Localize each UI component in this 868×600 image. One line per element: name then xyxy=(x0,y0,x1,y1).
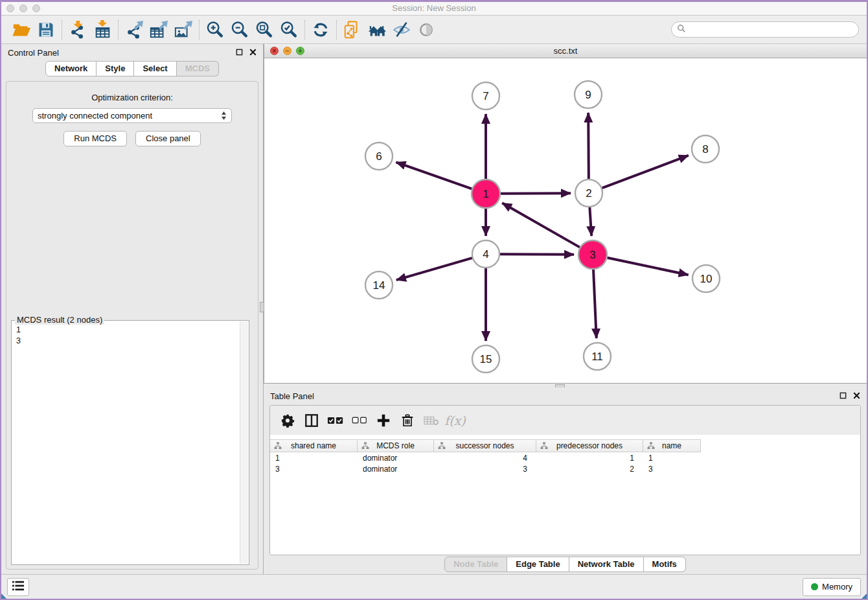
graph-node-9[interactable]: 9 xyxy=(575,81,602,108)
graph-edge-1-6[interactable] xyxy=(396,162,472,189)
table-cell: 2 xyxy=(536,465,643,474)
memory-button[interactable]: Memory xyxy=(803,578,861,596)
column-header-name[interactable]: name xyxy=(643,440,701,452)
delete-row-icon[interactable] xyxy=(395,408,419,432)
graph-node-7[interactable]: 7 xyxy=(472,82,499,110)
svg-text:11: 11 xyxy=(591,351,603,363)
application-window: Session: New Session Control Panel Netwo… xyxy=(0,0,868,600)
criterion-dropdown-value: strongly connected component xyxy=(38,111,152,121)
column-header-predecessor-nodes[interactable]: predecessor nodes xyxy=(536,440,643,452)
float-panel-icon[interactable] xyxy=(236,48,243,58)
select-all-icon[interactable] xyxy=(323,408,347,432)
column-header-MCDS-role[interactable]: MCDS role xyxy=(358,440,434,452)
hide-panels-icon[interactable] xyxy=(389,18,414,41)
result-scrollbar[interactable] xyxy=(240,321,248,564)
tab-node-table[interactable]: Node Table xyxy=(444,557,507,572)
mcds-panel: Optimization criterion: strongly connect… xyxy=(6,81,258,570)
import-network-icon[interactable] xyxy=(65,18,90,41)
tab-edge-table[interactable]: Edge Table xyxy=(507,557,569,572)
graph-edge-4-14[interactable] xyxy=(396,258,472,280)
tab-network-table[interactable]: Network Table xyxy=(569,557,644,572)
close-network-button[interactable]: × xyxy=(270,47,279,55)
network-window-title: scc.txt xyxy=(264,44,867,58)
svg-text:2: 2 xyxy=(586,187,591,200)
graph-node-8[interactable]: 8 xyxy=(692,135,719,163)
zoom-fit-icon[interactable] xyxy=(252,18,277,41)
run-mcds-button[interactable]: Run MCDS xyxy=(63,131,127,146)
graph-node-3[interactable]: 3 xyxy=(578,240,607,269)
refresh-icon[interactable] xyxy=(308,18,333,41)
criterion-dropdown[interactable]: strongly connected component xyxy=(32,108,232,123)
tab-select[interactable]: Select xyxy=(134,61,176,76)
close-window-button[interactable] xyxy=(6,5,14,12)
graph-edge-4-3[interactable] xyxy=(500,254,574,255)
graph-node-15[interactable]: 15 xyxy=(472,345,499,373)
graph-node-1[interactable]: 1 xyxy=(472,179,500,208)
save-icon[interactable] xyxy=(34,18,58,41)
deselect-all-icon[interactable] xyxy=(347,408,371,432)
graph-edge-1-2[interactable] xyxy=(501,193,571,194)
graph-node-4[interactable]: 4 xyxy=(472,240,499,268)
graph-edge-3-10[interactable] xyxy=(608,258,689,275)
graph-edge-3-11[interactable] xyxy=(593,270,597,338)
minimize-network-button[interactable]: − xyxy=(283,47,291,55)
float-table-panel-icon[interactable] xyxy=(839,391,847,401)
export-table-icon[interactable] xyxy=(146,18,171,41)
table-panel: Table Panel f(x) shared nameMCDS rolesuc… xyxy=(264,387,867,574)
close-panel-button[interactable]: Close panel xyxy=(135,131,201,146)
table-cell: 1 xyxy=(270,454,358,463)
graph-node-14[interactable]: 14 xyxy=(365,271,393,299)
tab-network[interactable]: Network xyxy=(45,61,97,76)
search-field[interactable] xyxy=(671,21,859,38)
window-controls xyxy=(6,5,40,12)
table-panel-header: Table Panel xyxy=(264,387,867,404)
tab-mcds[interactable]: MCDS xyxy=(177,61,219,76)
graph-node-11[interactable]: 11 xyxy=(584,343,611,370)
add-row-icon[interactable] xyxy=(371,408,395,432)
mcds-result-text[interactable]: 1 3 xyxy=(12,322,240,564)
task-history-button[interactable] xyxy=(7,578,29,596)
settings-icon[interactable] xyxy=(275,408,299,432)
minimize-window-button[interactable] xyxy=(19,5,27,12)
tab-motifs[interactable]: Motifs xyxy=(644,557,686,572)
columns-icon[interactable] xyxy=(299,408,323,432)
graph-edge-2-3[interactable] xyxy=(589,207,591,236)
home-icon[interactable] xyxy=(365,18,389,41)
close-table-panel-icon[interactable] xyxy=(853,391,860,401)
svg-text:9: 9 xyxy=(585,89,591,101)
zoom-window-button[interactable] xyxy=(32,5,40,12)
graph-node-2[interactable]: 2 xyxy=(575,179,602,207)
export-image-icon[interactable] xyxy=(171,18,196,41)
table-cell: 3 xyxy=(270,465,358,474)
graph-edge-2-9[interactable] xyxy=(588,113,589,179)
table-row[interactable]: 1dominator411 xyxy=(270,453,860,463)
table-cell: 3 xyxy=(643,465,701,474)
column-header-label: name xyxy=(662,441,681,450)
zoom-in-icon[interactable] xyxy=(203,18,227,41)
list-icon xyxy=(12,580,25,594)
zoom-out-icon[interactable] xyxy=(227,18,252,41)
export-network-icon[interactable] xyxy=(122,18,146,41)
network-canvas[interactable]: 7968124314101511 xyxy=(264,58,867,383)
clone-network-icon[interactable] xyxy=(340,18,365,41)
table-row[interactable]: 3dominator323 xyxy=(270,464,860,474)
graph-node-10[interactable]: 10 xyxy=(692,265,720,292)
column-header-shared-name[interactable]: shared name xyxy=(270,440,358,452)
open-file-icon[interactable] xyxy=(9,18,34,41)
import-table-icon[interactable] xyxy=(90,18,115,41)
show-panels-icon[interactable] xyxy=(414,18,439,41)
workspace: Control Panel NetworkStyleSelectMCDS Opt… xyxy=(1,44,867,574)
zoom-selected-icon[interactable] xyxy=(277,18,301,41)
graph-edge-2-8[interactable] xyxy=(602,156,689,188)
mcds-result-box: MCDS result (2 nodes) 1 3 xyxy=(11,320,249,565)
close-panel-icon[interactable] xyxy=(249,48,257,58)
resize-grip-right[interactable] xyxy=(862,594,867,599)
maximize-network-button[interactable]: + xyxy=(296,47,304,55)
tab-style[interactable]: Style xyxy=(97,61,134,76)
search-input[interactable] xyxy=(689,25,854,34)
graph-edge-3-1[interactable] xyxy=(502,203,580,247)
resize-grip-left[interactable] xyxy=(1,594,6,599)
column-header-successor-nodes[interactable]: successor nodes xyxy=(434,440,536,452)
graph-node-6[interactable]: 6 xyxy=(365,143,393,170)
tree-icon xyxy=(540,442,548,452)
